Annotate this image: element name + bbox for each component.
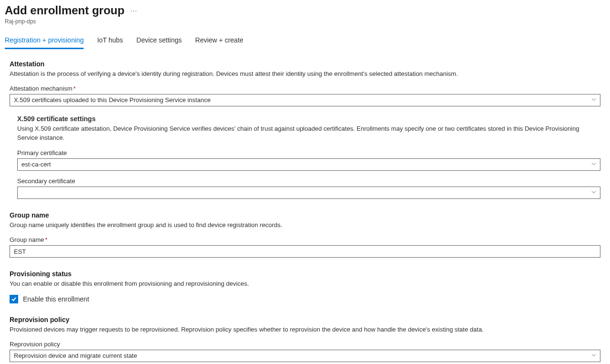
enable-enrollment-checkbox[interactable] [10, 295, 18, 303]
x509-heading: X.509 certificate settings [17, 115, 600, 123]
reprovision-policy-select[interactable]: Reprovision device and migrate current s… [10, 350, 600, 362]
secondary-certificate-label: Secondary certificate [17, 177, 600, 185]
provisioning-status-heading: Provisioning status [10, 270, 600, 278]
reprovision-policy-description: Provisioned devices may trigger requests… [10, 325, 600, 334]
primary-certificate-select[interactable]: est-ca-cert [17, 158, 600, 171]
reprovision-policy-label: Reprovision policy [10, 341, 600, 348]
group-name-input[interactable] [10, 245, 600, 258]
page-title: Add enrollment group [5, 4, 125, 17]
group-name-label: Group name* [10, 236, 600, 243]
provisioning-status-description: You can enable or disable this enrollmen… [10, 280, 600, 288]
group-name-heading: Group name [10, 211, 600, 219]
more-icon[interactable]: ··· [130, 7, 138, 14]
tab-device-settings[interactable]: Device settings [137, 33, 182, 49]
reprovision-policy-heading: Reprovision policy [10, 316, 600, 323]
group-name-description: Group name uniquely identifies the enrol… [10, 221, 600, 229]
secondary-certificate-select[interactable] [17, 187, 600, 199]
attestation-heading: Attestation [10, 60, 600, 68]
attestation-description: Attestation is the process of verifying … [10, 70, 600, 78]
tab-iot-hubs[interactable]: IoT hubs [97, 33, 123, 49]
tab-bar: Registration + provisioning IoT hubs Dev… [5, 33, 605, 50]
tab-review-create[interactable]: Review + create [195, 33, 244, 49]
attestation-mechanism-label: Attestation mechanism* [10, 85, 600, 92]
attestation-mechanism-select[interactable]: X.509 certificates uploaded to this Devi… [10, 94, 600, 106]
primary-certificate-label: Primary certificate [17, 149, 600, 156]
x509-description: Using X.509 certificate attestation, Dev… [17, 125, 600, 143]
resource-subtitle: Raj-pnp-dps [5, 18, 605, 25]
tab-registration-provisioning[interactable]: Registration + provisioning [5, 33, 84, 49]
enable-enrollment-label: Enable this enrollment [23, 295, 89, 303]
